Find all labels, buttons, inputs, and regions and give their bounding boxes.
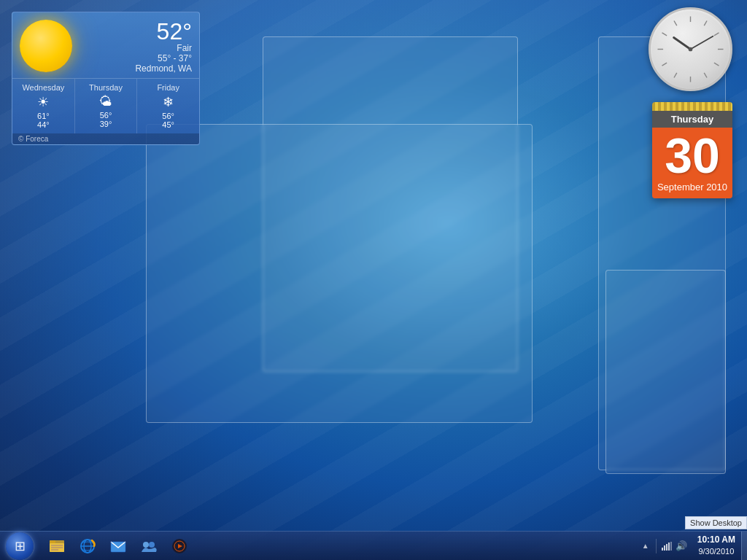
explorer-icon (48, 537, 66, 555)
svg-rect-28 (662, 548, 663, 551)
tray-icons-container: ▲ 🔊 (635, 539, 692, 553)
calendar-binding-top (652, 102, 732, 111)
clock-svg (651, 9, 730, 89)
weather-temperature: 52° (78, 20, 192, 43)
svg-point-14 (689, 47, 693, 52)
svg-rect-30 (666, 544, 667, 551)
taskbar-icon-mediaplayer[interactable] (165, 533, 194, 559)
desktop: 52° Fair 55° - 37° Redmond, WA Wednesday… (0, 0, 747, 560)
svg-line-10 (662, 33, 667, 36)
weather-location: Redmond, WA (78, 63, 192, 74)
calendar-day-number: 30 (655, 131, 729, 180)
messenger-icon (140, 537, 158, 555)
volume-icon[interactable]: 🔊 (676, 540, 687, 552)
svg-line-2 (714, 33, 719, 36)
taskbar-icons (39, 532, 197, 560)
start-button[interactable] (0, 532, 39, 561)
weather-main: 52° Fair 55° - 37° Redmond, WA (12, 12, 199, 78)
taskbar-clock[interactable]: 10:10 AM 9/30/2010 (692, 532, 741, 560)
svg-rect-31 (668, 542, 670, 551)
clock-widget[interactable] (649, 7, 732, 91)
svg-rect-29 (664, 545, 665, 551)
svg-rect-32 (670, 542, 672, 551)
weather-attribution: © Foreca (12, 133, 199, 144)
network-icon[interactable] (661, 540, 673, 552)
system-tray: ▲ 🔊 10:10 AM (635, 532, 747, 560)
svg-point-24 (149, 542, 155, 548)
weather-range: 55° - 37° (78, 53, 192, 63)
taskbar: ▲ 🔊 10:10 AM (0, 531, 747, 560)
forecast-thursday: Thursday 🌤 56°39° (75, 79, 138, 133)
forecast-wednesday: Wednesday ☀ 61°44° (12, 79, 75, 133)
taskbar-icon-explorer[interactable] (42, 533, 71, 559)
svg-line-12 (674, 37, 691, 49)
forecast-friday: Friday ❄ 56°45° (137, 79, 199, 133)
svg-line-11 (674, 21, 677, 26)
calendar-body: 30 September 2010 (652, 128, 732, 198)
svg-line-4 (714, 63, 719, 66)
mediaplayer-icon (171, 537, 188, 555)
weather-forecast: Wednesday ☀ 61°44° Thursday 🌤 56°39° Fri… (12, 78, 199, 133)
svg-line-8 (662, 63, 667, 66)
start-orb (6, 532, 34, 560)
weather-widget[interactable]: 52° Fair 55° - 37° Redmond, WA Wednesday… (12, 12, 200, 145)
taskbar-icon-messenger[interactable] (134, 533, 163, 559)
svg-line-1 (704, 21, 707, 26)
svg-line-7 (674, 73, 677, 78)
taskbar-clock-date: 9/30/2010 (698, 546, 734, 557)
taskbar-icon-mail[interactable] (104, 533, 133, 559)
show-desktop-label: Show Desktop (685, 516, 747, 529)
notification-arrow[interactable]: ▲ (640, 540, 651, 552)
aero-panel-4 (605, 270, 726, 474)
svg-line-5 (704, 73, 707, 78)
mail-icon (109, 537, 127, 555)
svg-point-23 (143, 542, 149, 548)
show-desktop-button[interactable] (741, 532, 747, 561)
aero-panel-2 (146, 124, 533, 423)
taskbar-icon-ie[interactable] (73, 533, 102, 559)
weather-condition: Fair (78, 43, 192, 53)
calendar-day-name: Thursday (652, 111, 732, 128)
ie-icon (79, 537, 96, 555)
svg-rect-17 (50, 540, 55, 543)
taskbar-clock-time: 10:10 AM (697, 534, 735, 546)
tray-separator (656, 539, 657, 553)
weather-sun-icon (20, 20, 72, 72)
weather-info: 52° Fair 55° - 37° Redmond, WA (78, 20, 192, 74)
svg-line-13 (691, 36, 713, 50)
clock-face (649, 7, 732, 91)
calendar-month-year: September 2010 (655, 182, 729, 192)
calendar-widget[interactable]: Thursday 30 September 2010 (652, 102, 732, 198)
